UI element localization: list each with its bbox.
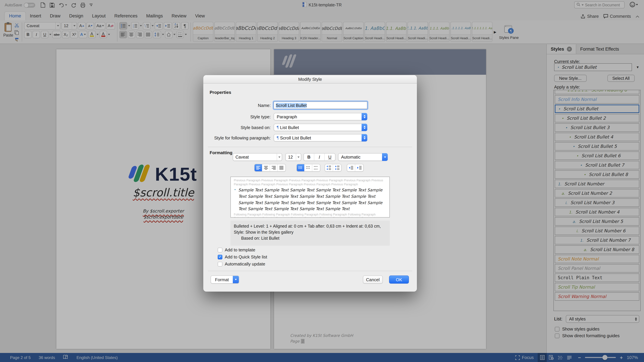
following-paragraph-value: Scroll List Bullet (280, 135, 311, 140)
checked-checkbox-icon: ✓ (218, 255, 222, 259)
dialog-font-combo[interactable]: Caveat (233, 153, 282, 161)
sample-text: Sample Text Sample Text Sample Text Samp… (238, 187, 386, 212)
previous-paragraph-text: Previous Paragraph Previous Paragraph Pr… (234, 179, 386, 187)
formatting-heading: Formatting (210, 150, 232, 155)
dialog-italic-button[interactable]: I (314, 153, 325, 161)
style-description-text: Bulleted + Level: 1 + Aligned at: 0 cm +… (234, 223, 386, 236)
stepper-icon (362, 134, 367, 141)
dialog-align-center-button[interactable] (262, 164, 270, 171)
add-to-quick-style-checkbox[interactable]: ✓Add to Quick Style list (218, 254, 267, 259)
decrease-paragraph-spacing-button[interactable] (333, 164, 341, 171)
dialog-font-value: Caveat (233, 155, 277, 159)
dialog-align-right-button[interactable] (270, 164, 278, 171)
automatically-update-label: Automatically update (225, 261, 265, 267)
style-based-on-text: Based on: List Bullet (234, 236, 386, 242)
following-paragraph-text: Following Paragraph Following Paragraph … (234, 213, 386, 218)
format-menu-button[interactable]: Format (211, 276, 239, 284)
dialog-color-value: Automatic (338, 155, 382, 160)
following-paragraph-select[interactable]: ¶Scroll List Bullet (274, 134, 367, 141)
style-based-on-select[interactable]: ¶List Bullet (274, 124, 367, 131)
word-window: AutoSave OFF W K15t-template-TR Search i… (0, 0, 644, 362)
format-button-label: Format (211, 276, 233, 283)
dialog-align-left-button[interactable] (254, 164, 262, 171)
ok-button[interactable]: OK (389, 276, 409, 284)
dialog-size-value: 12 (286, 155, 296, 159)
cancel-button[interactable]: Cancel (363, 276, 383, 284)
add-to-template-label: Add to template (225, 247, 255, 252)
style-name-input[interactable]: Scroll List Bullet (274, 102, 367, 109)
style-type-label: Style type: (205, 114, 274, 119)
dialog-size-combo[interactable]: 12 (286, 153, 301, 161)
name-label: Name: (205, 103, 274, 108)
following-paragraph-label: Style for following paragraph: (205, 135, 274, 140)
chevron-down-icon (382, 153, 388, 161)
properties-heading: Properties (210, 90, 231, 95)
modify-style-dialog: Modify Style Properties Name: Scroll Lis… (203, 75, 417, 292)
pilcrow-icon: ¶ (277, 135, 279, 140)
add-to-quick-style-label: Add to Quick Style list (225, 254, 267, 259)
single-spacing-button[interactable] (297, 164, 304, 171)
chevron-down-icon (233, 276, 239, 283)
one-half-spacing-button[interactable] (304, 164, 312, 171)
style-type-select[interactable]: Paragraph (274, 113, 367, 120)
dialog-underline-button[interactable]: U (325, 153, 335, 161)
style-based-on-value: List Bullet (280, 125, 299, 130)
style-type-value: Paragraph (274, 114, 362, 119)
style-name-value: Scroll List Bullet (276, 103, 307, 108)
style-based-on-label: Style based on: (205, 125, 274, 130)
dialog-increase-indent-button[interactable] (355, 164, 363, 171)
pilcrow-icon: ¶ (277, 125, 279, 130)
stepper-icon (362, 113, 367, 120)
double-spacing-button[interactable] (312, 164, 320, 171)
preview-bullet: • (234, 187, 236, 212)
dialog-decrease-indent-button[interactable] (347, 164, 355, 171)
automatically-update-checkbox[interactable]: Automatically update (218, 261, 265, 267)
dialog-color-select[interactable]: Automatic (338, 153, 388, 161)
dialog-justify-button[interactable] (278, 164, 286, 171)
style-preview-box: Previous Paragraph Previous Paragraph Pr… (230, 177, 390, 218)
dialog-bold-button[interactable]: B (304, 153, 314, 161)
increase-paragraph-spacing-button[interactable] (325, 164, 333, 171)
dialog-title: Modify Style (203, 75, 417, 83)
stepper-icon (362, 124, 367, 131)
add-to-template-checkbox[interactable]: Add to template (218, 247, 255, 252)
style-description: Bulleted + Level: 1 + Aligned at: 0 cm +… (230, 221, 390, 246)
